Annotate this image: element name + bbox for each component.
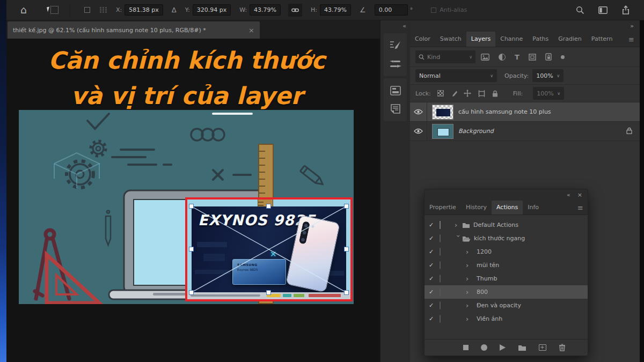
action-check-icon[interactable]: ✓ [429,315,440,322]
character-panel-button[interactable] [384,82,407,100]
filter-shape-layers-icon[interactable] [529,54,536,61]
action-label[interactable]: 1200 [477,248,492,255]
action-check-icon[interactable]: ✓ [429,302,440,309]
filter-adjustment-layers-icon[interactable] [499,54,506,61]
disclosure-chevron-icon[interactable]: › [455,221,462,228]
disclosure-chevron-icon[interactable]: › [466,289,473,295]
tab-history[interactable]: History [461,201,492,215]
filter-pixel-layers-icon[interactable] [481,54,489,61]
workspace-icon[interactable] [598,6,608,14]
action-label[interactable]: Default Actions [473,221,518,228]
action-check-icon[interactable]: ✓ [429,262,440,269]
layer-thumbnail[interactable] [432,124,453,139]
dialog-toggle-checkbox[interactable] [440,315,441,323]
visibility-eye-icon[interactable] [414,128,423,134]
action-set-default-actions[interactable]: ✓ › Default Actions [425,218,588,232]
layer-name[interactable]: cấu hình samsung note 10 plus [458,108,551,115]
dialog-toggle-checkbox[interactable] [440,301,441,309]
new-action-icon[interactable]: + [539,344,546,351]
lock-all-icon[interactable] [492,90,498,97]
filter-type-layers-icon[interactable]: T [515,53,519,61]
transform-handle-middle-right[interactable] [344,247,349,252]
transform-handle-bottom-left[interactable] [189,290,194,295]
action-label[interactable]: mũi tên [477,262,499,269]
tab-gradients[interactable]: Gradien [553,32,587,47]
dialog-toggle-checkbox[interactable] [440,234,441,242]
lock-pixels-brush-icon[interactable] [450,90,457,97]
x-position-input[interactable]: 581.38 px [125,4,163,16]
action-label[interactable]: kích thước ngang [474,235,525,242]
dialog-toggle-checkbox[interactable] [440,275,441,283]
action-1200[interactable]: ✓ › 1200 [425,245,588,258]
play-action-icon[interactable] [500,344,506,351]
new-set-folder-icon[interactable] [518,344,526,351]
collapse-panels-icon[interactable]: » [630,23,633,29]
document-tab[interactable]: thiết kế.jpg @ 62.1% (cấu hình samsung n… [8,21,260,39]
blend-mode-select[interactable]: Normal ∨ [415,69,497,82]
search-icon[interactable] [576,6,584,14]
transform-handle-top-left[interactable] [189,204,194,209]
tab-actions[interactable]: Actions [492,201,523,215]
action-check-icon[interactable]: ✓ [429,275,440,282]
layer-row-phone[interactable]: cấu hình samsung note 10 plus [410,102,640,122]
disclosure-chevron-icon[interactable]: › [466,302,473,309]
delta-icon[interactable]: Δ [172,6,177,14]
lock-transparency-icon[interactable] [437,90,444,97]
visibility-eye-icon[interactable] [414,109,423,115]
tab-color[interactable]: Color [410,32,435,47]
action-mui-ten[interactable]: ✓ › mũi tên [425,258,588,272]
lock-artboard-icon[interactable] [478,90,486,97]
layer-row-background[interactable]: Background [410,122,640,141]
disclosure-chevron-icon[interactable]: › [455,235,462,242]
transform-layer-image[interactable]: EXYNOS 9825 ✕ SAMSUNG Exynos 9825 [192,206,346,292]
home-icon[interactable]: ⌂ [20,5,27,15]
disclosure-chevron-icon[interactable]: › [466,315,473,322]
tab-properties[interactable]: Propertie [425,201,461,215]
action-label[interactable]: 800 [477,289,488,295]
disclosure-chevron-icon[interactable]: › [466,248,473,255]
transform-handle-middle-left[interactable] [189,247,194,252]
action-label[interactable]: Thumb [477,275,497,282]
tab-layers[interactable]: Layers [466,32,495,47]
angle-input[interactable]: 0.00 [375,4,408,16]
disclosure-chevron-icon[interactable]: › [466,262,473,269]
transform-handle-top-right[interactable] [344,204,349,209]
width-input[interactable]: 43.79% [250,4,281,16]
action-label[interactable]: Đen và opacity [477,302,521,309]
action-vien-anh[interactable]: ✓ › Viền ảnh [425,312,588,326]
tab-swatches[interactable]: Swatch [435,32,466,47]
action-check-icon[interactable]: ✓ [429,221,440,228]
filter-smart-objects-icon[interactable] [545,53,552,61]
panel-menu-icon[interactable]: ≡ [577,204,583,215]
reference-point-checkbox[interactable] [84,7,90,13]
trash-icon[interactable] [559,344,566,351]
tab-info[interactable]: Info [523,201,544,215]
tab-patterns[interactable]: Pattern [587,32,618,47]
tab-channels[interactable]: Channe [495,32,528,47]
action-check-icon[interactable]: ✓ [429,248,440,255]
disclosure-chevron-icon[interactable]: › [466,275,473,282]
action-check-icon[interactable]: ✓ [429,235,440,242]
lock-position-icon[interactable] [464,90,471,97]
action-label[interactable]: Viền ảnh [477,315,502,322]
dialog-toggle-icon[interactable] [440,221,441,229]
canvas-pasteboard[interactable]: Căn chỉnh kích thước và vị trí của layer [6,39,380,362]
dialog-toggle-checkbox[interactable] [440,261,441,269]
layer-filter-select[interactable]: Kind ∨ [415,50,475,63]
collapse-actions-panel-icon[interactable]: « [567,191,570,198]
action-set-kich-thuoc-ngang[interactable]: ✓ › kích thước ngang [425,232,588,245]
filter-color-label-icon[interactable] [561,55,565,59]
transform-handle-bottom-middle[interactable] [266,290,271,295]
anti-alias-option[interactable]: Anti-alias [431,6,467,13]
dialog-toggle-checkbox[interactable] [440,288,441,296]
brushes-panel-button[interactable] [384,55,407,73]
layer-name[interactable]: Background [458,128,494,135]
action-check-icon[interactable]: ✓ [429,289,440,295]
panel-menu-icon[interactable]: ≡ [628,35,634,47]
link-dimensions-button[interactable] [288,4,302,17]
close-tab-icon[interactable]: × [244,26,254,34]
dialog-toggle-checkbox[interactable] [440,248,441,256]
expand-dock-icon[interactable]: « [402,23,406,29]
action-thumb[interactable]: ✓ › Thumb [425,272,588,285]
action-800[interactable]: ✓ › 800 [425,285,588,299]
